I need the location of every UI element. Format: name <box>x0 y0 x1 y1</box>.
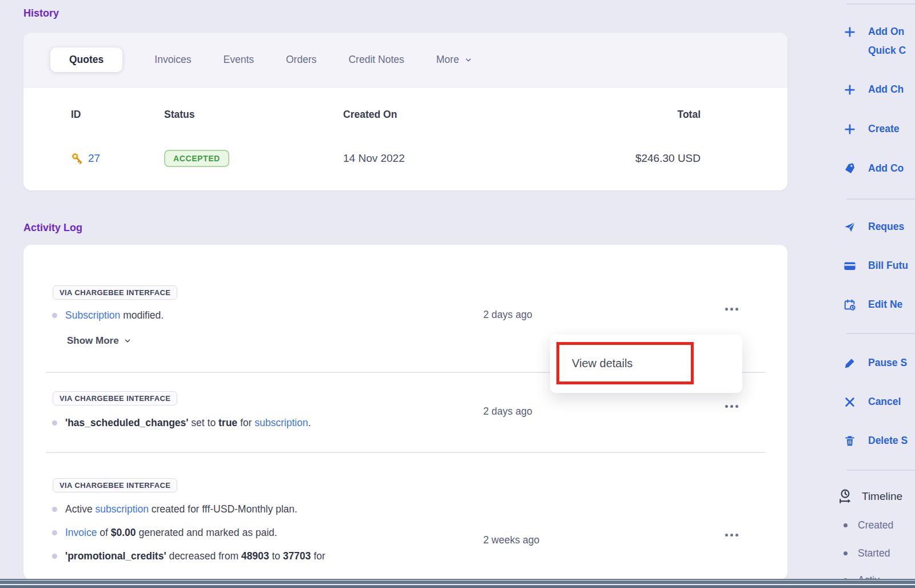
tab-credit-notes[interactable]: Credit Notes <box>348 54 404 66</box>
col-header-id: ID <box>71 109 164 121</box>
col-header-created-on: Created On <box>343 109 603 121</box>
history-tabstrip: Quotes Invoices Events Orders Credit Not… <box>23 33 787 88</box>
divider <box>46 452 765 453</box>
activity-text: generated and marked as paid. <box>136 527 277 539</box>
bullet-dot <box>52 313 57 318</box>
bullet-dot <box>52 554 57 559</box>
more-actions-button[interactable] <box>723 403 741 410</box>
divider <box>846 333 915 334</box>
sidebar-action-add-charge[interactable]: Add Ch <box>844 83 904 96</box>
divider <box>846 3 915 5</box>
sidebar-action-label: Add Ch <box>868 83 904 96</box>
sidebar-action-add-coupon[interactable]: Add Co <box>844 162 904 175</box>
activity-log-card: VIA CHARGEBEE INTERFACE Subscription mod… <box>23 245 787 580</box>
bullet-dot <box>52 507 57 512</box>
show-more-label: Show More <box>67 335 119 347</box>
history-table-header: ID Status Created On Total <box>23 109 787 121</box>
activity-text: 37703 <box>283 550 311 562</box>
sidebar-action-add-on-quick-charge[interactable]: Add On Quick C <box>844 25 906 60</box>
activity-text: 'promotional_credits' <box>65 550 166 562</box>
timestamp: 2 days ago <box>483 309 532 321</box>
sidebar-action-label: Edit Ne <box>868 298 902 311</box>
trash-icon <box>844 435 856 447</box>
subscription-link[interactable]: Subscription <box>65 309 120 321</box>
sidebar-action-cancel-subscription[interactable]: Cancel <box>844 395 901 408</box>
plus-icon <box>844 26 856 38</box>
bullet-dot <box>52 420 57 426</box>
timeline-item-started: Started <box>844 547 890 559</box>
credit-card-icon <box>844 260 856 272</box>
send-icon <box>844 221 856 233</box>
timestamp: 2 weeks ago <box>483 534 539 546</box>
subscription-detail-page: History Quotes Invoices Events Orders Cr… <box>0 0 915 588</box>
sidebar-action-bill-future[interactable]: Bill Futu <box>844 259 908 272</box>
sidebar-action-label: Add On <box>868 22 906 41</box>
sidebar-action-delete-subscription[interactable]: Delete S <box>844 434 908 447</box>
sidebar-action-pause-subscription[interactable]: Pause S <box>844 356 907 370</box>
total-value: $246.30 USD <box>603 152 701 165</box>
history-section-title: History <box>23 7 59 19</box>
plus-icon <box>844 123 856 136</box>
more-actions-button[interactable] <box>723 305 741 313</box>
timestamp: 2 days ago <box>483 406 532 418</box>
invoice-link[interactable]: Invoice <box>65 527 97 539</box>
col-header-total: Total <box>603 109 701 121</box>
subscription-link[interactable]: subscription <box>254 417 308 429</box>
timeline-section-title: Timeline <box>838 488 902 504</box>
sidebar-action-edit-next-billing[interactable]: Edit Ne <box>844 298 902 311</box>
sidebar-action-label: Create <box>868 122 899 135</box>
status-badge: ACCEPTED <box>164 150 229 167</box>
via-badge: VIA CHARGEBEE INTERFACE <box>53 478 177 492</box>
activity-line: Invoice of $0.00 generated and marked as… <box>52 527 277 539</box>
activity-text: Active <box>65 503 96 515</box>
sidebar-action-request[interactable]: Reques <box>844 220 904 233</box>
sidebar-action-label: Delete S <box>868 434 908 447</box>
history-card: Quotes Invoices Events Orders Credit Not… <box>23 33 787 190</box>
sidebar-action-label: Add Co <box>868 162 904 174</box>
timeline-item-label: Created <box>858 519 893 531</box>
timeline-title-label: Timeline <box>862 490 902 503</box>
tab-quotes[interactable]: Quotes <box>50 47 122 72</box>
activity-line: Active subscription created for fff-USD-… <box>52 503 297 515</box>
plus-icon <box>844 84 856 96</box>
bullet-dot <box>844 551 848 555</box>
activity-text: created for fff-USD-Monthly plan. <box>149 503 297 515</box>
chevron-down-icon <box>124 337 132 345</box>
tab-events[interactable]: Events <box>224 54 254 66</box>
tab-more-label: More <box>436 54 459 66</box>
table-row: 27 ACCEPTED 14 Nov 2022 $246.30 USD <box>23 145 787 172</box>
quote-id-link[interactable]: 27 <box>88 152 100 165</box>
menu-item-view-details[interactable]: View details <box>572 357 632 370</box>
timeline-item-label: Started <box>858 547 890 559</box>
pencil-icon <box>844 357 856 370</box>
subscription-link[interactable]: subscription <box>96 503 149 515</box>
activity-line: 'has_scheduled_changes' set to true for … <box>52 417 311 429</box>
bullet-dot <box>52 530 57 535</box>
tab-more[interactable]: More <box>436 54 472 66</box>
activity-text: of <box>97 527 110 539</box>
window-edge-bar <box>0 579 915 588</box>
show-more-button[interactable]: Show More <box>67 335 132 347</box>
created-on-value: 14 Nov 2022 <box>343 152 603 165</box>
activity-text: for <box>311 550 325 562</box>
activity-text: . <box>308 417 311 429</box>
activity-text: to <box>269 550 283 562</box>
sidebar-action-label: Bill Futu <box>868 259 908 272</box>
activity-text: $0.00 <box>111 527 136 539</box>
sidebar-action-label: Cancel <box>868 395 901 408</box>
sidebar-action-label: Reques <box>868 220 904 233</box>
chevron-down-icon <box>464 56 472 64</box>
key-icon <box>71 152 83 165</box>
sidebar-action-create[interactable]: Create <box>844 122 899 136</box>
via-badge: VIA CHARGEBEE INTERFACE <box>53 285 177 300</box>
via-badge: VIA CHARGEBEE INTERFACE <box>53 391 177 406</box>
activity-text: modified. <box>120 309 164 321</box>
divider <box>846 470 915 471</box>
sidebar-action-label: Quick C <box>868 41 906 60</box>
tab-orders[interactable]: Orders <box>286 54 316 66</box>
col-header-status: Status <box>164 109 343 121</box>
tab-invoices[interactable]: Invoices <box>154 54 191 66</box>
more-actions-button[interactable] <box>723 531 741 539</box>
timeline-icon <box>838 488 854 504</box>
activity-text: true <box>218 417 237 429</box>
